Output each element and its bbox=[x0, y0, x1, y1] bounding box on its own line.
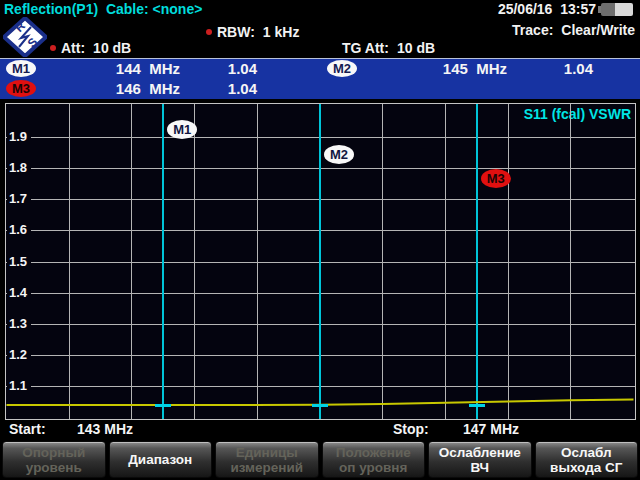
vswr-trace bbox=[6, 104, 635, 419]
marker-badge-m2: M2 bbox=[327, 60, 357, 77]
measurement-title: Reflection(P1) Cable: <none> bbox=[4, 1, 202, 17]
marker-tick-m2 bbox=[312, 404, 328, 407]
battery-icon bbox=[598, 3, 634, 16]
att-coupled-dot-icon bbox=[50, 45, 56, 51]
tg-att-value: 10 dB bbox=[397, 40, 435, 56]
rbw-readout: RBW: 1 kHz bbox=[206, 24, 299, 40]
vswr-plot: S11 (fcal) VSWR 1.91.81.71.61.51.41.31.2… bbox=[5, 103, 636, 420]
softkey-label: Диапазон bbox=[128, 452, 192, 467]
softkey-label: Ослабление bbox=[439, 445, 521, 460]
datetime-display: 25/06/16 13:57 bbox=[498, 1, 596, 17]
marker-tick-m3 bbox=[469, 404, 485, 407]
marker-m2-value: 1.04 bbox=[520, 60, 593, 77]
softkey-label: ВЧ bbox=[470, 460, 489, 475]
softkey-label: измерений bbox=[230, 460, 303, 475]
trace-label: Trace: bbox=[512, 22, 553, 38]
tg-att-label: TG Att: bbox=[342, 40, 389, 56]
marker-m2-freq: 145 MHz bbox=[400, 60, 507, 77]
softkey-label: уровень bbox=[26, 460, 82, 475]
softkey-label: Единицы bbox=[236, 445, 298, 460]
softkey-label: оп уровня bbox=[339, 460, 407, 475]
trace-readout: Trace: Clear/Write bbox=[512, 22, 635, 38]
softkey-2[interactable]: Диапазон bbox=[109, 441, 213, 478]
stop-freq-value: 147 MHz bbox=[463, 421, 519, 437]
marker-tick-m1 bbox=[155, 404, 171, 407]
softkey-5[interactable]: ОслаблениеВЧ bbox=[428, 441, 532, 478]
softkey-3: Единицыизмерений bbox=[215, 441, 319, 478]
rohde-schwarz-logo: R S bbox=[3, 17, 47, 57]
softkey-label: Ослабл bbox=[561, 445, 612, 460]
softkey-1: Опорныйуровень bbox=[2, 441, 106, 478]
softkey-label: выхода СГ bbox=[550, 460, 622, 475]
marker-m3-value: 1.04 bbox=[185, 80, 257, 97]
marker-badge-m1: M1 bbox=[6, 60, 36, 77]
marker-flag-m3[interactable]: M3 bbox=[481, 169, 511, 188]
marker-flag-m2[interactable]: M2 bbox=[324, 145, 354, 164]
marker-m1-value: 1.04 bbox=[185, 60, 257, 77]
softkey-6[interactable]: Ослаблвыхода СГ bbox=[535, 441, 639, 478]
rbw-coupled-dot-icon bbox=[206, 29, 212, 35]
softkey-label: Опорный bbox=[22, 445, 85, 460]
rbw-value: 1 kHz bbox=[263, 24, 300, 40]
marker-badge-m3: M3 bbox=[6, 80, 36, 97]
rbw-label: RBW: bbox=[217, 24, 255, 40]
marker-m1-freq: 144 MHz bbox=[70, 60, 180, 77]
marker-table-row: M3 146 MHz 1.04 bbox=[0, 79, 640, 99]
marker-table-row: M1 144 MHz 1.04 M2 145 MHz 1.04 bbox=[0, 59, 640, 79]
tg-att-readout: TG Att: 10 dB bbox=[342, 40, 435, 56]
start-freq-value: 143 MHz bbox=[77, 421, 133, 437]
trace-mode-value: Clear/Write bbox=[561, 22, 635, 38]
att-readout: Att: 10 dB bbox=[50, 40, 131, 56]
marker-table: M1 144 MHz 1.04 M2 145 MHz 1.04 M3 146 M… bbox=[0, 59, 640, 99]
att-value: 10 dB bbox=[93, 40, 131, 56]
stop-freq-label: Stop: bbox=[393, 421, 429, 437]
title-bar: Reflection(P1) Cable: <none> 25/06/16 13… bbox=[0, 0, 640, 19]
analyzer-screen: Reflection(P1) Cable: <none> 25/06/16 13… bbox=[0, 0, 640, 480]
softkey-label: Положение bbox=[336, 445, 411, 460]
softkey-bar: ОпорныйуровеньДиапазонЕдиницыизмеренийПо… bbox=[0, 441, 640, 478]
marker-m3-freq: 146 MHz bbox=[70, 80, 180, 97]
softkey-4: Положениеоп уровня bbox=[322, 441, 426, 478]
att-label: Att: bbox=[61, 40, 85, 56]
start-freq-label: Start: bbox=[9, 421, 46, 437]
